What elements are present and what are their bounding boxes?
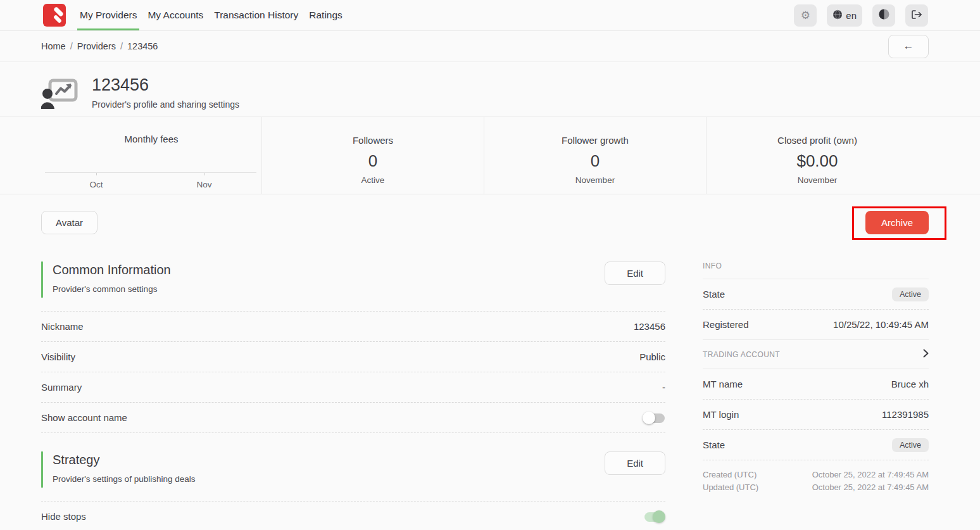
row-value: October 25, 2022 at 7:49:45 AM [812, 469, 929, 481]
logout-icon [911, 9, 922, 22]
page-header: 123456 Provider's profile and sharing se… [0, 62, 980, 117]
info-section-header: INFO [703, 262, 929, 279]
field-row-visibility: Visibility Public [41, 342, 665, 372]
settings-button[interactable]: ⚙ [794, 4, 817, 27]
main-content: Common Information Provider's common set… [41, 262, 929, 530]
row-value: October 25, 2022 at 7:49:45 AM [812, 481, 929, 494]
section-subtitle: Provider's settings of publishing deals [53, 474, 195, 484]
back-arrow-icon: ← [903, 40, 914, 52]
field-row-summary: Summary - [41, 372, 665, 403]
breadcrumb-home[interactable]: Home [41, 41, 66, 51]
breadcrumb: Home / Providers / 123456 [41, 41, 158, 51]
edit-strategy-button[interactable]: Edit [605, 451, 665, 475]
stat-follower-growth: Follower growth 0 November [484, 117, 706, 194]
breadcrumb-current: 123456 [127, 41, 158, 51]
field-label: Summary [41, 382, 82, 393]
stat-title: Followers [353, 135, 393, 146]
field-value: 123456 [634, 321, 665, 332]
section-common-information: Common Information Provider's common set… [41, 262, 665, 298]
info-sidebar: INFO State Active Registered 10/25/22, 1… [703, 262, 929, 530]
theme-toggle-button[interactable] [872, 4, 895, 27]
stat-title: Closed profit (own) [777, 135, 857, 146]
edit-common-button[interactable]: Edit [605, 262, 665, 285]
stat-caption: November [798, 175, 837, 185]
nav-tab-my-accounts[interactable]: My Accounts [142, 0, 208, 30]
row-label: MT name [703, 379, 743, 389]
page-title: 123456 [92, 75, 239, 95]
avatar-button[interactable]: Avatar [41, 211, 97, 234]
field-label: Show account name [41, 412, 127, 423]
trading-account-header[interactable]: TRADING ACCOUNT [703, 340, 929, 369]
row-label: Created (UTC) [703, 469, 757, 481]
stat-value: $0.00 [796, 151, 838, 171]
globe-icon [832, 9, 843, 22]
nav-actions: ⚙ en [794, 0, 980, 30]
nav-tabs: My Providers My Accounts Transaction His… [75, 0, 348, 30]
breadcrumb-separator: / [120, 41, 123, 51]
field-value: Public [639, 351, 665, 362]
stat-title: Monthly fees [124, 134, 178, 144]
section-strategy: Strategy Provider's settings of publishi… [41, 451, 665, 488]
page-subtitle: Provider's profile and sharing settings [92, 99, 239, 110]
chart-tick [204, 173, 205, 175]
field-label: Nickname [41, 321, 84, 332]
field-label: Hide stops [41, 511, 86, 522]
chart-x-label-oct: Oct [89, 180, 103, 189]
row-value: 112391985 [882, 409, 929, 420]
field-row-nickname: Nickname 123456 [41, 312, 665, 342]
back-button[interactable]: ← [888, 35, 929, 58]
archive-button[interactable]: Archive [865, 211, 929, 234]
stat-caption: Active [361, 175, 385, 185]
contrast-icon [879, 9, 889, 22]
timestamps-block: Created (UTC) October 25, 2022 at 7:49:4… [703, 469, 929, 494]
stat-value: 0 [591, 151, 600, 171]
updated-row: Updated (UTC) October 25, 2022 at 7:49:4… [703, 481, 929, 494]
show-account-name-toggle[interactable] [643, 412, 665, 424]
nav-tab-transaction-history[interactable]: Transaction History [209, 0, 303, 30]
stat-value: 0 [368, 151, 377, 171]
row-value: 10/25/22, 10:49:45 AM [833, 319, 929, 330]
section-subtitle: Provider's common settings [53, 284, 171, 294]
settings-column: Common Information Provider's common set… [41, 262, 665, 530]
status-badge: Active [892, 438, 929, 452]
sidebar-row-mt-login: MT login 112391985 [703, 400, 929, 430]
stat-followers: Followers 0 Active [261, 117, 484, 194]
language-button[interactable]: en [827, 4, 862, 27]
row-label: State [703, 289, 725, 300]
hide-stops-toggle[interactable] [643, 510, 665, 523]
breadcrumb-separator: / [70, 41, 73, 51]
language-label: en [846, 10, 857, 21]
field-label: Visibility [41, 351, 75, 362]
section-title: Strategy [53, 453, 195, 467]
row-label: State [703, 439, 725, 450]
row-label: MT login [703, 409, 739, 420]
logout-button[interactable] [905, 4, 928, 27]
app-logo[interactable] [43, 4, 66, 27]
stats-strip: Monthly fees Oct Nov Followers 0 Active … [0, 117, 980, 194]
sidebar-row-state: State Active [703, 279, 929, 310]
common-rows: Nickname 123456 Visibility Public Summar… [41, 311, 665, 433]
stat-title: Follower growth [562, 135, 629, 146]
strategy-rows: Hide stops [41, 501, 665, 530]
gear-icon: ⚙ [801, 10, 810, 21]
row-label: Updated (UTC) [703, 481, 758, 494]
breadcrumb-row: Home / Providers / 123456 ← [0, 31, 980, 62]
provider-avatar-icon [41, 75, 78, 111]
nav-tab-my-providers[interactable]: My Providers [75, 0, 142, 30]
section-title: Common Information [53, 263, 171, 277]
status-badge: Active [892, 287, 929, 301]
row-label: Registered [703, 319, 749, 330]
action-row: Avatar Archive [41, 211, 929, 236]
breadcrumb-providers[interactable]: Providers [77, 41, 116, 51]
chart-x-axis [45, 172, 256, 173]
sidebar-row-account-state: State Active [703, 430, 929, 460]
stat-caption: November [575, 175, 615, 185]
field-row-show-account-name: Show account name [41, 403, 665, 433]
row-value: Bruce xh [891, 379, 929, 389]
stat-closed-profit: Closed profit (own) $0.00 November [706, 117, 928, 194]
trading-account-label: TRADING ACCOUNT [703, 350, 780, 359]
top-nav: My Providers My Accounts Transaction His… [0, 0, 980, 31]
field-row-hide-stops: Hide stops [41, 502, 665, 530]
nav-tab-ratings[interactable]: Ratings [304, 0, 348, 30]
info-header-label: INFO [703, 262, 722, 270]
